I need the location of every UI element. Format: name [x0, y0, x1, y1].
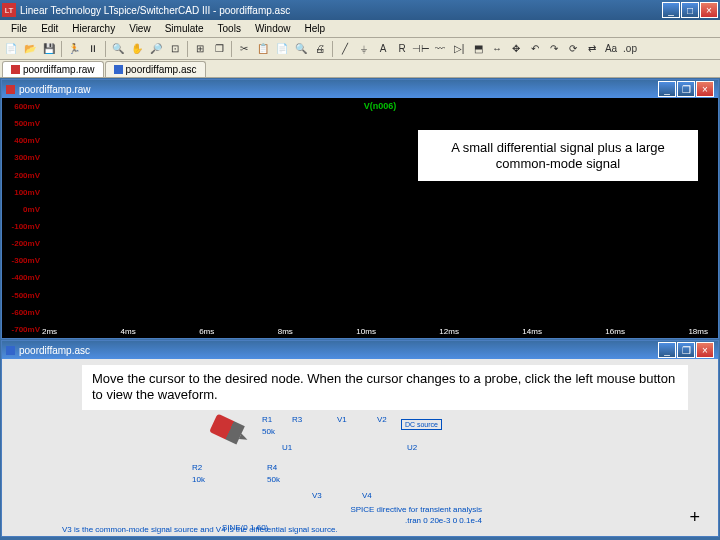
y-label: 100mV: [4, 188, 40, 197]
y-label: -100mV: [4, 222, 40, 231]
menu-window[interactable]: Window: [248, 22, 298, 35]
y-label: 400mV: [4, 136, 40, 145]
tile-icon[interactable]: ⊞: [191, 40, 209, 58]
pan-icon[interactable]: ✋: [128, 40, 146, 58]
save-icon[interactable]: 💾: [40, 40, 58, 58]
minimize-button[interactable]: _: [662, 2, 680, 18]
resistor-icon[interactable]: R: [393, 40, 411, 58]
redo-icon[interactable]: ↷: [545, 40, 563, 58]
app-title: Linear Technology LTspice/SwitcherCAD II…: [20, 5, 662, 16]
move-icon[interactable]: ↔: [488, 40, 506, 58]
waveform-plot[interactable]: 600mV 500mV 400mV 300mV 200mV 100mV 0mV …: [2, 98, 718, 338]
pane-window-controls: _ ❐ ×: [658, 81, 714, 97]
menu-simulate[interactable]: Simulate: [158, 22, 211, 35]
spice-annotation: SPICE directive for transient analysis: [350, 505, 482, 514]
crosshair-cursor-icon: +: [689, 507, 700, 528]
inductor-icon[interactable]: 〰: [431, 40, 449, 58]
probe-cursor-icon: [209, 414, 245, 445]
plot-area[interactable]: V(n006) A small differential signal plus…: [42, 98, 718, 338]
zoom-out-icon[interactable]: 🔎: [147, 40, 165, 58]
menu-hierarchy[interactable]: Hierarchy: [65, 22, 122, 35]
x-label: 16ms: [605, 327, 625, 336]
copy-icon[interactable]: 📋: [254, 40, 272, 58]
signal-name-label[interactable]: V(n006): [364, 101, 397, 111]
raw-file-icon: [11, 65, 20, 74]
separator: [231, 41, 232, 57]
tab-raw[interactable]: poordiffamp.raw: [2, 61, 104, 77]
menu-edit[interactable]: Edit: [34, 22, 65, 35]
cascade-icon[interactable]: ❐: [210, 40, 228, 58]
app-titlebar: LT Linear Technology LTspice/SwitcherCAD…: [0, 0, 720, 20]
rotate-icon[interactable]: ⟳: [564, 40, 582, 58]
schematic-footer-note: V3 is the common-mode signal source and …: [62, 525, 338, 534]
component-v1-label: V1: [337, 415, 347, 424]
waveform-titlebar: poordiffamp.raw _ ❐ ×: [2, 80, 718, 98]
component-v2-label: V2: [377, 415, 387, 424]
pane-minimize-button[interactable]: _: [658, 81, 676, 97]
y-label: 300mV: [4, 153, 40, 162]
zoom-in-icon[interactable]: 🔍: [109, 40, 127, 58]
menu-view[interactable]: View: [122, 22, 158, 35]
new-schematic-icon[interactable]: 📄: [2, 40, 20, 58]
menu-help[interactable]: Help: [298, 22, 333, 35]
schematic-canvas[interactable]: Move the cursor to the desired node. Whe…: [2, 359, 718, 536]
tab-asc[interactable]: poordiffamp.asc: [105, 61, 206, 77]
schematic-pane: poordiffamp.asc _ ❐ × Move the cursor to…: [1, 340, 719, 537]
mirror-icon[interactable]: ⇄: [583, 40, 601, 58]
pane-restore-button[interactable]: ❐: [677, 342, 695, 358]
document-tabs: poordiffamp.raw poordiffamp.asc: [0, 60, 720, 78]
find-icon[interactable]: 🔍: [292, 40, 310, 58]
component-u2-label: U2: [407, 443, 417, 452]
text-icon[interactable]: Aa: [602, 40, 620, 58]
circuit-drawing[interactable]: R1 R3 50k V1 V2 DC source U1 U2 R2 10k R…: [162, 419, 562, 539]
pane-close-button[interactable]: ×: [696, 342, 714, 358]
tab-label: poordiffamp.raw: [23, 64, 95, 75]
ground-icon[interactable]: ⏚: [355, 40, 373, 58]
wire-icon[interactable]: ╱: [336, 40, 354, 58]
pane-window-controls: _ ❐ ×: [658, 342, 714, 358]
print-icon[interactable]: 🖨: [311, 40, 329, 58]
separator: [61, 41, 62, 57]
menu-tools[interactable]: Tools: [211, 22, 248, 35]
component-u1-label: U1: [282, 443, 292, 452]
y-label: 200mV: [4, 171, 40, 180]
window-controls: _ □ ×: [662, 2, 718, 18]
waveform-pane: poordiffamp.raw _ ❐ × 600mV 500mV 400mV …: [1, 79, 719, 339]
pane-minimize-button[interactable]: _: [658, 342, 676, 358]
schematic-title: poordiffamp.asc: [19, 345, 658, 356]
close-button[interactable]: ×: [700, 2, 718, 18]
x-label: 6ms: [199, 327, 214, 336]
separator: [187, 41, 188, 57]
run-icon[interactable]: 🏃: [65, 40, 83, 58]
x-label: 2ms: [42, 327, 57, 336]
halt-icon[interactable]: ⏸: [84, 40, 102, 58]
maximize-button[interactable]: □: [681, 2, 699, 18]
x-label: 8ms: [278, 327, 293, 336]
open-icon[interactable]: 📂: [21, 40, 39, 58]
x-label: 14ms: [522, 327, 542, 336]
capacitor-icon[interactable]: ⊣⊢: [412, 40, 430, 58]
pane-restore-button[interactable]: ❐: [677, 81, 695, 97]
y-label: -300mV: [4, 256, 40, 265]
component-icon[interactable]: ⬒: [469, 40, 487, 58]
diode-icon[interactable]: ▷|: [450, 40, 468, 58]
x-label: 12ms: [439, 327, 459, 336]
cut-icon[interactable]: ✂: [235, 40, 253, 58]
separator: [105, 41, 106, 57]
raw-file-icon: [6, 85, 15, 94]
pane-close-button[interactable]: ×: [696, 81, 714, 97]
y-label: 600mV: [4, 102, 40, 111]
y-label: -200mV: [4, 239, 40, 248]
menu-file[interactable]: File: [4, 22, 34, 35]
paste-icon[interactable]: 📄: [273, 40, 291, 58]
spice-directive-icon[interactable]: .op: [621, 40, 639, 58]
component-50k-label: 50k: [267, 475, 280, 484]
component-r4-label: R4: [267, 463, 277, 472]
label-icon[interactable]: A: [374, 40, 392, 58]
undo-icon[interactable]: ↶: [526, 40, 544, 58]
drag-icon[interactable]: ✥: [507, 40, 525, 58]
zoom-fit-icon[interactable]: ⊡: [166, 40, 184, 58]
spice-command: .tran 0 20e-3 0 0.1e-4: [405, 516, 482, 525]
y-label: 0mV: [4, 205, 40, 214]
separator: [332, 41, 333, 57]
